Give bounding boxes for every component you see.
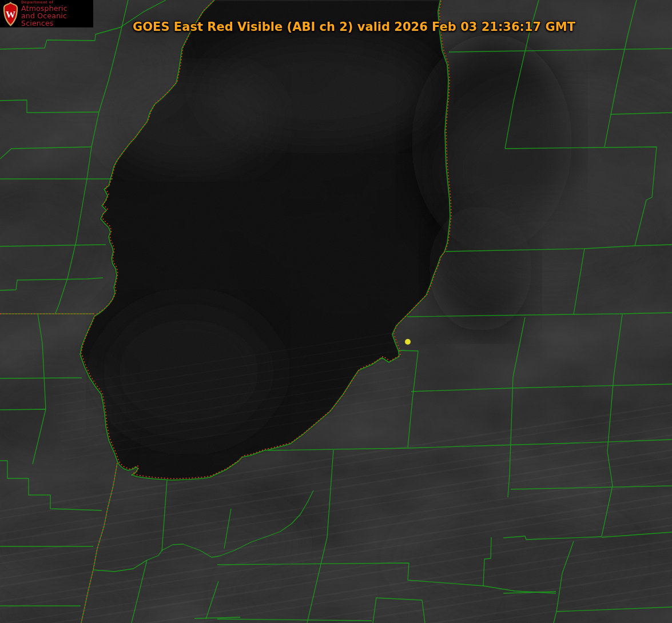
satellite-map bbox=[0, 0, 672, 623]
logo-line2: and Oceanic Sciences bbox=[21, 13, 93, 27]
svg-text:W: W bbox=[6, 9, 15, 20]
location-marker-dot bbox=[405, 339, 411, 345]
goes-satellite-viewer: W Department of Atmospheric and Oceanic … bbox=[0, 0, 672, 623]
uw-crest-icon: W bbox=[3, 2, 18, 26]
uw-aos-logo[interactable]: W Department of Atmospheric and Oceanic … bbox=[0, 0, 93, 27]
image-title: GOES East Red Visible (ABI ch 2) valid 2… bbox=[133, 20, 575, 34]
